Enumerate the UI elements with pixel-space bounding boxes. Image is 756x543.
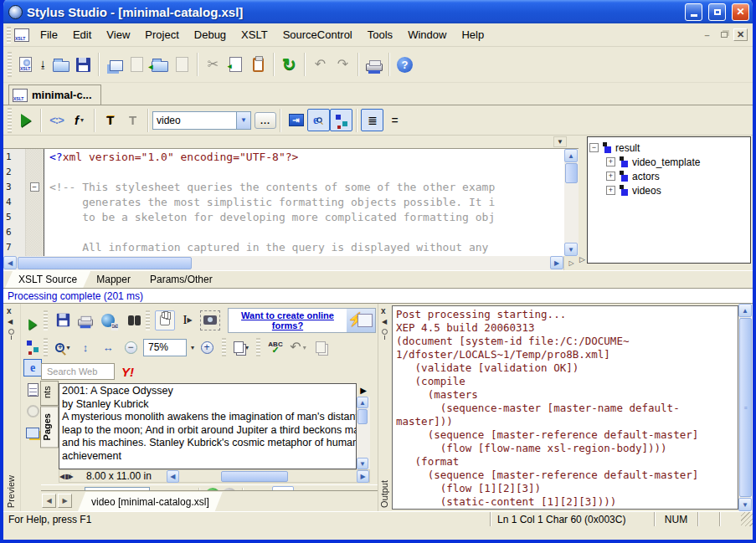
tree-child-row[interactable]: + videos — [606, 183, 748, 197]
page-vertical-scrollbar[interactable]: ▲ ▼ — [357, 397, 370, 469]
spellcheck-button[interactable]: ABC — [265, 337, 285, 357]
toolbar-grip[interactable] — [44, 310, 48, 330]
close-document-button[interactable] — [126, 54, 148, 76]
scroll-left-icon[interactable]: ◀ — [3, 256, 17, 269]
new-document-button[interactable]: XSLT — [14, 54, 37, 76]
scrollbar-thumb[interactable]: ≡ — [739, 318, 752, 497]
mdi-restore-button[interactable] — [717, 28, 731, 41]
refresh-button[interactable]: ↻ — [278, 54, 301, 76]
print-button[interactable] — [363, 54, 385, 76]
browser-preview-button[interactable]: e — [23, 359, 42, 377]
document-tab[interactable]: minimal-c... — [8, 85, 101, 105]
paste-button[interactable] — [247, 54, 270, 76]
toolbar-grip[interactable] — [222, 338, 226, 356]
scroll-down-icon[interactable]: ▼ — [357, 458, 368, 469]
rendered-page[interactable]: 2001: A Space Odysseyby Stanley KubrickA… — [59, 383, 357, 469]
toolbar-grip[interactable] — [8, 108, 12, 133]
tree-root-row[interactable]: − result — [589, 141, 748, 155]
tab-xslt-source[interactable]: XSLT Source — [5, 271, 90, 288]
tab-scroll-left-icon[interactable]: ◀ — [42, 494, 56, 508]
menu-item[interactable]: File — [33, 26, 65, 44]
pin-icon[interactable] — [382, 329, 388, 335]
fold-collapse-icon[interactable] — [30, 182, 39, 192]
pan-tool-button[interactable] — [155, 310, 175, 330]
page-horizontal-scrollbar[interactable]: ◀ ▶ — [167, 470, 369, 483]
scenario-properties-button[interactable]: ⇥ — [285, 109, 307, 131]
maximize-button[interactable] — [708, 3, 726, 21]
tree-child-row[interactable]: + actors — [606, 169, 748, 183]
menu-item[interactable]: Window — [400, 26, 454, 44]
zoom-out-button[interactable]: − — [121, 337, 141, 357]
function-button[interactable]: f▾ — [68, 109, 90, 131]
collapse-pane-icon[interactable]: ◀ — [8, 318, 13, 325]
fit-height-button[interactable]: ↕ — [75, 337, 95, 357]
text-view-button[interactable] — [23, 381, 42, 398]
ad-banner[interactable]: Want to create onlineforms? — [228, 308, 376, 333]
save-locked-button[interactable] — [171, 54, 193, 76]
tab-pages[interactable]: Pages — [40, 406, 59, 448]
code-editor[interactable]: 1 <?xml version="1.0" encoding="UTF-8"?>… — [3, 149, 564, 256]
zoom-level-combo[interactable]: 75% — [143, 339, 187, 356]
output-console[interactable]: Post processing starting...XEP 4.5 build… — [392, 305, 738, 510]
export-result-button[interactable] — [23, 424, 42, 442]
send-web-button[interactable] — [98, 310, 118, 330]
menu-item[interactable]: Debug — [187, 26, 234, 44]
profiler-button[interactable] — [23, 402, 42, 420]
mapper-view-button[interactable] — [23, 337, 42, 355]
code-line[interactable]: 7 All information captured in the query … — [3, 239, 564, 254]
zoom-tool-button[interactable]: +▾ — [53, 337, 73, 357]
pane-splitter-handle[interactable]: ▷ — [563, 256, 579, 270]
code-line[interactable]: 1 <?xml version="1.0" encoding="UTF-8"?> — [3, 149, 564, 164]
menu-item[interactable]: SourceControl — [275, 26, 360, 44]
toolbar-grip[interactable] — [44, 338, 48, 356]
find-button[interactable] — [121, 310, 141, 330]
chevron-down-icon[interactable]: ▾ — [191, 344, 194, 351]
scroll-right-icon[interactable]: ▶ — [357, 470, 369, 483]
redo-button[interactable]: ↷ — [332, 54, 354, 76]
editor-horizontal-scrollbar[interactable]: ◀ ▶ ▷ — [3, 256, 579, 270]
search-input[interactable]: Search Web — [41, 363, 115, 380]
run-button[interactable] — [14, 109, 37, 131]
diff-button[interactable]: <:> — [45, 109, 68, 131]
cut-button[interactable]: ✂ — [202, 54, 224, 76]
code-line[interactable]: 2 — [3, 164, 564, 179]
toolbar-grip[interactable] — [146, 310, 150, 330]
save-result-button[interactable] — [53, 310, 73, 330]
banner-link[interactable]: Want to create onlineforms? — [229, 310, 347, 330]
code-line[interactable]: 5 to be a skeleton for developing more c… — [3, 209, 564, 224]
text-select-button[interactable]: I▶ — [177, 310, 198, 330]
menu-item[interactable]: Help — [454, 26, 491, 44]
scrollbar-thumb[interactable] — [18, 257, 192, 269]
print-result-button[interactable] — [75, 310, 95, 330]
pin-icon[interactable] — [8, 329, 14, 335]
collapse-box-icon[interactable]: − — [589, 143, 599, 152]
menu-item[interactable]: Tools — [360, 26, 400, 44]
collapse-pane-icon[interactable]: ◀ — [382, 318, 387, 325]
output-vertical-scrollbar[interactable]: ▲ ≡ ▼ — [738, 304, 753, 511]
code-line[interactable]: 4 generates the most simplistic formatti… — [3, 194, 564, 209]
menu-item[interactable]: XSLT — [234, 26, 275, 44]
tab-scroll-right-icon[interactable]: ▶ — [58, 494, 72, 508]
toolbar-grip[interactable] — [8, 52, 12, 77]
minimize-button[interactable] — [685, 3, 702, 21]
show-mapper-button[interactable] — [330, 109, 352, 131]
show-output-button[interactable]: ≣ — [361, 109, 383, 131]
close-pane-icon[interactable]: x — [381, 306, 386, 315]
undo-preview-button[interactable]: ↶▾ — [288, 337, 308, 357]
zoom-in-button[interactable]: + — [197, 337, 217, 357]
scroll-up-icon[interactable]: ▲ — [738, 304, 752, 317]
menu-item[interactable]: View — [99, 26, 137, 44]
code-line[interactable]: 6 — [3, 224, 564, 239]
mdi-minimize-button[interactable]: – — [700, 28, 714, 41]
copy-preview-button[interactable] — [311, 337, 331, 357]
editor-dropdown-arrow[interactable]: ▼ — [553, 136, 567, 147]
copy-button[interactable]: ◂ — [224, 54, 247, 76]
word-wrap-button[interactable]: = — [383, 109, 406, 131]
mdi-close-button[interactable]: ✕ — [733, 28, 748, 41]
run-preview-button[interactable] — [23, 315, 42, 333]
scroll-up-icon[interactable]: ▲ — [564, 149, 578, 162]
clear-highlight-button[interactable]: T — [121, 109, 144, 131]
menubar-grip[interactable] — [7, 27, 11, 44]
scrollbar-thumb[interactable] — [221, 471, 288, 482]
close-button[interactable]: ✕ — [732, 3, 749, 21]
